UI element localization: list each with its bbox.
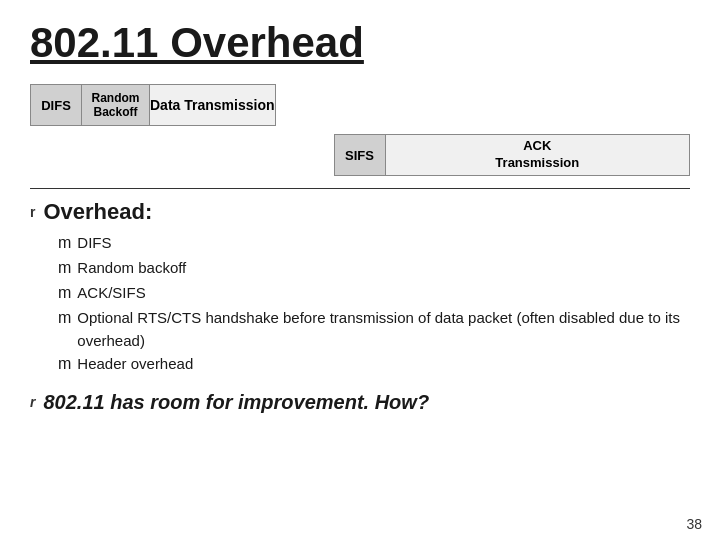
list-item: m Header overhead [58,352,690,377]
dot-icon: m [58,281,71,306]
list-item: m Random backoff [58,256,690,281]
content-area: r Overhead: m DIFS m Random backoff m AC… [30,199,690,414]
dot-icon: m [58,231,71,256]
list-item: m Optional RTS/CTS handshake before tran… [58,306,690,353]
timeline-diagram: DIFS Random Backoff Data Transmission [30,84,690,130]
list-item: m DIFS [58,231,690,256]
page-number: 38 [686,516,702,532]
sifs-block: SIFS [334,134,386,176]
data-transmission-block: Data Transmission [150,84,276,126]
timeline-top-row: DIFS Random Backoff Data Transmission [30,84,276,126]
random-backoff-block: Random Backoff [82,84,150,126]
ack-block: ACK Transmission [386,134,691,176]
list-item-text: DIFS [77,231,111,254]
divider [30,188,690,189]
difs-block: DIFS [30,84,82,126]
list-item: m ACK/SIFS [58,281,690,306]
list-item-text: Random backoff [77,256,186,279]
conclusion-text: r 802.11 has room for improvement. How? [30,391,690,414]
page-title: 802.11 Overhead [30,20,690,66]
list-item-text: Optional RTS/CTS handshake before transm… [77,306,690,353]
dot-icon: m [58,256,71,281]
list-item-text: Header overhead [77,352,193,375]
conclusion-bullet-marker: r [30,394,35,410]
dot-icon: m [58,352,71,377]
overhead-bullet-marker: r [30,204,35,220]
list-item-text: ACK/SIFS [77,281,145,304]
overhead-list: m DIFS m Random backoff m ACK/SIFS m Opt… [30,231,690,377]
dot-icon: m [58,306,71,331]
overhead-heading: r Overhead: [30,199,690,225]
